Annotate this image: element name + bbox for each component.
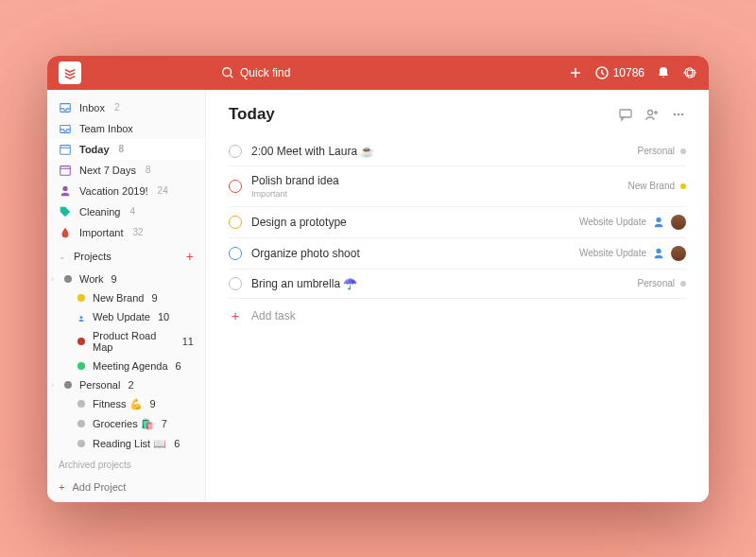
add-project-button[interactable]: + Add Project xyxy=(47,476,205,498)
archived-projects-label[interactable]: Archived projects xyxy=(47,454,205,476)
svg-point-12 xyxy=(80,316,83,319)
project-fitness[interactable]: Fitness 💪 9 xyxy=(47,394,205,414)
assignee-avatar xyxy=(671,215,686,230)
assignee-avatar xyxy=(671,246,686,261)
task-title: 2:00 Meet with Laura ☕ xyxy=(251,145,374,158)
person-icon xyxy=(652,247,665,260)
svg-point-21 xyxy=(656,248,661,252)
project-count: 2 xyxy=(128,379,133,391)
labels-header[interactable]: › Labels + xyxy=(47,498,205,502)
main-header: Today xyxy=(229,105,686,124)
project-dot xyxy=(77,294,85,302)
add-task-button[interactable]: + Add task xyxy=(229,299,686,333)
topbar-actions: 10786 xyxy=(568,65,697,80)
comment-icon[interactable] xyxy=(618,107,633,122)
task-checkbox[interactable] xyxy=(229,180,242,193)
task-subtitle: Important xyxy=(251,189,339,199)
page-title: Today xyxy=(229,105,275,124)
project-dot xyxy=(64,381,72,389)
project-count: 11 xyxy=(182,336,194,347)
project-dot xyxy=(77,420,85,427)
project-dot xyxy=(64,275,72,283)
chevron-down-icon: ⌄ xyxy=(59,252,66,261)
project-web-update[interactable]: Web Update 10 xyxy=(47,307,205,326)
plus-icon[interactable] xyxy=(568,65,583,80)
main-actions xyxy=(618,107,686,122)
projects-header[interactable]: ⌄ Projects + xyxy=(47,243,205,270)
task-row[interactable]: Bring an umbrella ☂️ Personal xyxy=(229,270,686,299)
project-label: Work xyxy=(79,273,103,285)
task-row[interactable]: 2:00 Meet with Laura ☕ Personal xyxy=(229,137,686,166)
main-content: Today 2:00 Meet with Laura ☕ Personal xyxy=(206,90,709,502)
task-row[interactable]: Organize photo shoot Website Update xyxy=(229,238,686,270)
task-row[interactable]: Polish brand idea Important New Brand xyxy=(229,166,686,207)
nav-count: 32 xyxy=(132,227,143,237)
project-label: Web Update xyxy=(93,311,150,322)
task-checkbox[interactable] xyxy=(229,145,242,158)
karma-icon xyxy=(594,65,610,80)
person-icon xyxy=(652,216,665,229)
project-new-brand[interactable]: New Brand 9 xyxy=(47,288,205,307)
chevron-right-icon: › xyxy=(51,274,54,284)
sidebar-item-vacation[interactable]: Vacation 2019! 24 xyxy=(47,181,205,201)
project-work[interactable]: › Work 9 xyxy=(47,270,205,288)
task-checkbox[interactable] xyxy=(229,247,242,260)
task-title: Design a prototype xyxy=(251,216,347,229)
project-personal[interactable]: › Personal 2 xyxy=(47,375,205,394)
project-count: 9 xyxy=(150,398,156,409)
sidebar: Inbox 2 Team Inbox Today 8 Next 7 Days 8… xyxy=(47,90,206,502)
bell-icon[interactable] xyxy=(656,65,671,80)
task-checkbox[interactable] xyxy=(229,216,242,229)
task-title: Organize photo shoot xyxy=(251,247,360,260)
project-label: Personal xyxy=(79,379,120,391)
share-icon[interactable] xyxy=(644,107,660,122)
team-inbox-icon xyxy=(59,122,72,135)
project-dot xyxy=(77,440,85,447)
search[interactable]: Quick find xyxy=(221,66,290,79)
project-count: 7 xyxy=(162,418,167,429)
project-meeting-agenda[interactable]: Meeting Agenda 6 xyxy=(47,357,205,375)
nav-label: Important xyxy=(79,227,123,238)
nav-label: Inbox xyxy=(79,102,105,113)
sidebar-item-team-inbox[interactable]: Team Inbox xyxy=(47,118,205,139)
nav-count: 24 xyxy=(158,185,168,196)
sidebar-item-next7[interactable]: Next 7 Days 8 xyxy=(47,160,205,181)
svg-point-11 xyxy=(62,185,67,190)
sidebar-item-important[interactable]: Important 32 xyxy=(47,222,205,243)
svg-point-0 xyxy=(223,67,232,76)
task-row[interactable]: Design a prototype Website Update xyxy=(229,207,686,238)
sidebar-item-inbox[interactable]: Inbox 2 xyxy=(47,97,205,118)
search-placeholder: Quick find xyxy=(240,66,290,79)
drop-icon xyxy=(59,226,72,239)
next7-icon xyxy=(59,164,72,177)
sidebar-item-today[interactable]: Today 8 xyxy=(47,139,205,160)
project-dot xyxy=(680,183,686,189)
add-project-plus-icon[interactable]: + xyxy=(186,249,194,264)
project-roadmap[interactable]: Product Road Map 11 xyxy=(47,326,205,357)
today-icon xyxy=(59,143,72,156)
project-dot xyxy=(77,338,85,345)
project-reading-list[interactable]: Reading List 📖 6 xyxy=(47,434,205,454)
app-window: Quick find 10786 Inbox 2 Team Inbox xyxy=(47,56,709,502)
project-count: 6 xyxy=(174,438,180,449)
sidebar-item-cleaning[interactable]: Cleaning 4 xyxy=(47,201,205,222)
svg-rect-9 xyxy=(60,165,71,175)
add-task-label: Add task xyxy=(251,309,296,322)
plus-icon: + xyxy=(59,481,64,493)
project-dot xyxy=(680,281,686,287)
karma-score[interactable]: 10786 xyxy=(594,65,644,80)
project-label: Reading List 📖 xyxy=(93,438,166,450)
project-dot xyxy=(680,148,686,154)
app-logo[interactable] xyxy=(59,61,81,84)
nav-count: 4 xyxy=(129,206,135,217)
gear-icon[interactable] xyxy=(682,65,697,80)
karma-value: 10786 xyxy=(613,66,644,79)
project-groceries[interactable]: Groceries 🛍️ 7 xyxy=(47,414,205,434)
nav-count: 8 xyxy=(119,144,125,154)
more-icon[interactable] xyxy=(671,107,686,122)
task-checkbox[interactable] xyxy=(229,277,242,290)
person-icon xyxy=(59,184,72,198)
section-label: Projects xyxy=(74,251,112,262)
task-title: Bring an umbrella ☂️ xyxy=(251,277,357,290)
svg-rect-7 xyxy=(60,145,71,154)
